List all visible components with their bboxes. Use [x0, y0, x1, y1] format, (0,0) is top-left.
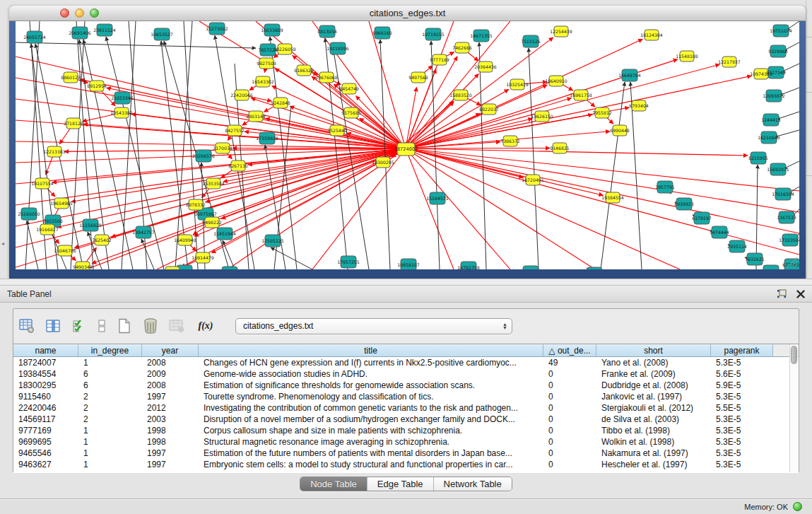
function-builder-icon[interactable]: f(x): [194, 317, 218, 335]
table-cell[interactable]: Corpus callosum shape and size in male p…: [199, 425, 543, 436]
table-cell[interactable]: 0: [543, 425, 596, 436]
table-cell[interactable]: Estimation of significance thresholds fo…: [199, 380, 543, 391]
table-cell[interactable]: Jankovic et al. (1997): [596, 391, 711, 402]
table-cell[interactable]: 0: [543, 391, 596, 402]
table-cell[interactable]: 2: [78, 414, 142, 425]
table-cell[interactable]: 5.5E-5: [711, 402, 773, 414]
table-cell[interactable]: 2008: [142, 357, 199, 368]
table-cell[interactable]: 6: [78, 368, 142, 380]
column-header-year[interactable]: year: [142, 344, 199, 356]
node-table[interactable]: namein_degreeyeartitle△ out_de...shortpa…: [13, 344, 799, 473]
table-cell[interactable]: 1997: [142, 391, 199, 402]
memory-status-icon[interactable]: [793, 502, 802, 511]
delete-table-icon[interactable]: [141, 317, 160, 335]
table-cell[interactable]: 1998: [142, 425, 199, 436]
table-cell[interactable]: 5.3E-5: [711, 414, 773, 425]
table-cell[interactable]: 2009: [142, 368, 199, 380]
table-cell[interactable]: 1: [78, 425, 142, 436]
tab-edge-table[interactable]: Edge Table: [367, 477, 434, 491]
table-cell[interactable]: 0: [543, 414, 596, 425]
table-cell[interactable]: de Silva et al. (2003): [596, 414, 711, 425]
table-row[interactable]: 1830029562008Estimation of significance …: [13, 380, 799, 391]
close-icon[interactable]: [796, 290, 805, 298]
table-cell[interactable]: 1998: [142, 436, 199, 448]
panel-collapse-arrow-icon[interactable]: ◂: [1, 240, 4, 247]
graph-node[interactable]: [222, 267, 237, 269]
table-cell[interactable]: Embryonic stem cells: a model to study s…: [199, 459, 543, 470]
citation-network-graph[interactable]: 2405572420691406239111241065352715273002…: [16, 21, 799, 269]
table-cell[interactable]: 5.3E-5: [711, 448, 773, 459]
table-cell[interactable]: 5.6E-5: [711, 368, 773, 380]
table-cell[interactable]: 18300295: [13, 380, 78, 391]
table-cell[interactable]: 2003: [142, 414, 199, 425]
table-cell[interactable]: 18724007: [13, 357, 78, 368]
table-cell[interactable]: Stergiakouli et al. (2012): [596, 402, 711, 414]
network-view-canvas[interactable]: 2405572420691406239111241065352715273002…: [16, 21, 799, 269]
table-row[interactable]: 1872400712008Changes of HCN gene express…: [13, 357, 799, 368]
table-cell[interactable]: 19384554: [13, 368, 78, 380]
table-cell[interactable]: 14569117: [13, 414, 78, 425]
table-cell[interactable]: 5.3E-5: [711, 425, 773, 436]
table-cell[interactable]: 0: [543, 448, 596, 459]
table-cell[interactable]: Franke et al. (2009): [596, 368, 711, 380]
table-row[interactable]: 911546021997Tourette syndrome. Phenomeno…: [13, 391, 799, 402]
table-row[interactable]: 977716911998Corpus callosum shape and si…: [13, 425, 799, 436]
table-row[interactable]: 946554611997Estimation of the future num…: [13, 448, 799, 459]
table-cell[interactable]: 1: [78, 448, 142, 459]
table-cell[interactable]: Hescheler et al. (1997): [596, 459, 711, 470]
table-cell[interactable]: 5.3E-5: [711, 357, 773, 368]
network-window-titlebar[interactable]: citations_edges.txt: [9, 6, 806, 21]
column-header-title[interactable]: title: [199, 344, 543, 356]
tab-network-table[interactable]: Network Table: [434, 477, 512, 491]
table-cell[interactable]: 1: [78, 459, 142, 470]
table-cell[interactable]: 22420046: [13, 402, 78, 414]
table-row[interactable]: 1456911722003Disruption of a novel membe…: [13, 414, 799, 425]
table-scrollbar[interactable]: [789, 344, 798, 472]
table-row[interactable]: 1938455462009Genome-wide association stu…: [13, 368, 799, 380]
table-row[interactable]: 946362711997Embryonic stem cells: a mode…: [13, 459, 799, 470]
column-header-short[interactable]: short: [596, 344, 711, 356]
column-header-name[interactable]: name: [13, 344, 78, 356]
table-cell[interactable]: 1997: [142, 459, 199, 470]
show-columns-icon[interactable]: [44, 317, 62, 335]
table-cell[interactable]: 2012: [142, 402, 199, 414]
table-cell[interactable]: 9465546: [13, 448, 78, 459]
table-cell[interactable]: 5.9E-5: [711, 380, 773, 391]
table-cell[interactable]: Genome-wide association studies in ADHD.: [199, 368, 543, 380]
table-cell[interactable]: 0: [543, 402, 596, 414]
table-options-icon[interactable]: [18, 317, 36, 335]
table-cell[interactable]: 9777169: [13, 425, 78, 436]
column-header-out_de[interactable]: △ out_de...: [543, 344, 596, 356]
table-cell[interactable]: 2: [78, 391, 142, 402]
select-columns-icon[interactable]: [70, 317, 88, 335]
column-header-pagerank[interactable]: pagerank: [711, 344, 773, 356]
table-cell[interactable]: 0: [543, 436, 596, 448]
table-cell[interactable]: 9463627: [13, 459, 78, 470]
table-row[interactable]: 969969511998Structural magnetic resonanc…: [13, 436, 799, 448]
table-cell[interactable]: 9699695: [13, 436, 78, 448]
table-cell[interactable]: 1997: [142, 448, 199, 459]
table-cell[interactable]: 5.3E-5: [711, 391, 773, 402]
table-cell[interactable]: 6: [78, 380, 142, 391]
table-cell[interactable]: Tibbo et al. (1998): [596, 425, 711, 436]
table-cell[interactable]: Investigating the contribution of common…: [199, 402, 543, 414]
table-cell[interactable]: Disruption of a novel member of a sodium…: [199, 414, 543, 425]
table-cell[interactable]: 5.3E-5: [711, 436, 773, 448]
table-scrollbar-thumb[interactable]: [791, 346, 797, 364]
split-pane-divider[interactable]: ▴: [0, 279, 812, 286]
table-cell[interactable]: 2008: [142, 380, 199, 391]
table-cell[interactable]: Nakamura et al. (1997): [596, 448, 711, 459]
table-cell[interactable]: Structural magnetic resonance image aver…: [199, 436, 543, 448]
table-cell[interactable]: Estimation of the future numbers of pati…: [199, 448, 543, 459]
table-cell[interactable]: 9115460: [13, 391, 78, 402]
column-header-in_degree[interactable]: in_degree: [78, 344, 142, 356]
table-cell[interactable]: Changes of HCN gene expression and I(f) …: [199, 357, 543, 368]
table-cell[interactable]: 1: [78, 436, 142, 448]
table-cell[interactable]: Tourette syndrome. Phenomenology and cla…: [199, 391, 543, 402]
table-cell[interactable]: Yano et al. (2008): [596, 357, 711, 368]
table-cell[interactable]: 5.3E-5: [711, 459, 773, 470]
new-table-icon[interactable]: [115, 317, 134, 335]
table-cell[interactable]: 0: [543, 368, 596, 380]
table-cell[interactable]: 49: [543, 357, 596, 368]
table-cell[interactable]: Wolkin et al. (1998): [596, 436, 711, 448]
